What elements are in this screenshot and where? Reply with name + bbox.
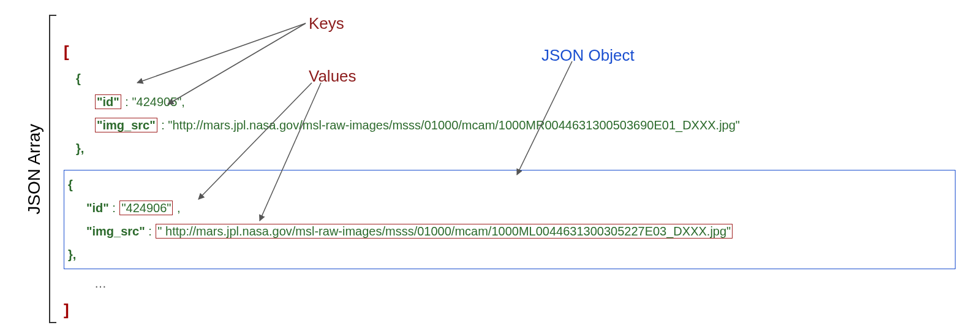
obj2-id-val: "424906" bbox=[119, 201, 173, 215]
object-annotation: JSON Object bbox=[541, 40, 635, 71]
array-open: [ bbox=[64, 37, 956, 67]
obj1-id-val: "424905" bbox=[132, 95, 181, 109]
keys-annotation: Keys bbox=[309, 9, 344, 39]
obj1-close: }, bbox=[76, 137, 956, 160]
obj1-id-line: "id" : "424905", bbox=[94, 90, 956, 113]
big-bracket bbox=[44, 12, 58, 325]
values-annotation: Values bbox=[309, 61, 356, 91]
obj2-id-line: "id" : "424906" , bbox=[86, 196, 951, 220]
array-close: ] bbox=[64, 295, 956, 325]
obj2-src-key: "img_src" bbox=[86, 224, 145, 238]
obj2-src-val: " http://mars.jpl.nasa.gov/msl-raw-image… bbox=[156, 224, 733, 239]
obj2-id-key: "id" bbox=[86, 201, 109, 215]
obj2-close: }, bbox=[68, 243, 951, 266]
obj2-src-line: "img_src" : " http://mars.jpl.nasa.gov/m… bbox=[86, 220, 951, 243]
obj1-id-key: "id" bbox=[95, 94, 121, 109]
obj1-src-val: "http://mars.jpl.nasa.gov/msl-raw-images… bbox=[168, 118, 740, 132]
ellipsis: … bbox=[94, 272, 956, 295]
obj2-open: { bbox=[68, 173, 951, 196]
code-area: Keys Values JSON Object [ { "id" : "4249… bbox=[64, 12, 956, 325]
json-array-label: JSON Array bbox=[24, 12, 44, 325]
obj1-open: { bbox=[76, 67, 956, 90]
json-object-box: { "id" : "424906" , "img_src" : " http:/… bbox=[64, 170, 956, 269]
obj1-src-key: "img_src" bbox=[95, 118, 157, 132]
obj1-src-line: "img_src" : "http://mars.jpl.nasa.gov/ms… bbox=[94, 113, 956, 137]
diagram-container: JSON Array Keys Values JSON Object [ { "… bbox=[24, 12, 956, 325]
